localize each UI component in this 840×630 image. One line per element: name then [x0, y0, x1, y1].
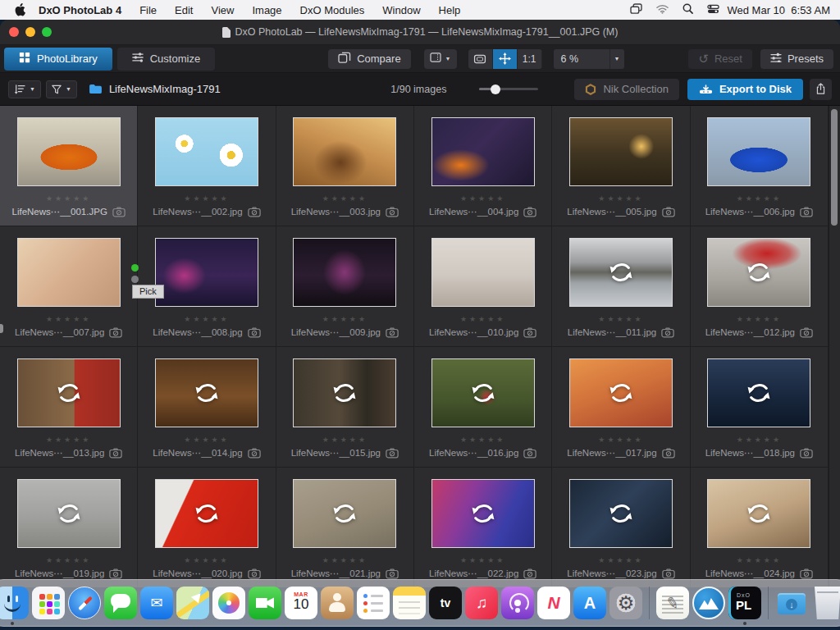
window-copy-icon[interactable]: [630, 3, 642, 16]
scrollbar-track[interactable]: [829, 106, 840, 587]
dock-icon-reminders[interactable]: [357, 587, 390, 619]
menu-edit[interactable]: Edit: [175, 4, 193, 16]
photo-thumbnail[interactable]: [431, 117, 535, 186]
star-rating[interactable]: ★★★★★: [322, 316, 368, 323]
photo-thumbnail[interactable]: [707, 117, 810, 186]
dock-icon-dxopl[interactable]: DxOPL: [728, 587, 761, 619]
star-rating[interactable]: ★★★★★: [322, 557, 368, 564]
star-rating[interactable]: ★★★★★: [184, 316, 229, 323]
photo-cell[interactable]: ★★★★★ LifeNews⋯__009.jpg: [276, 226, 414, 347]
photo-thumbnail[interactable]: [569, 479, 673, 548]
photo-cell[interactable]: ★★★★★ LifeNews⋯__013.jpg: [0, 347, 138, 468]
active-app-menu[interactable]: DxO PhotoLab 4: [39, 4, 121, 16]
photo-thumbnail[interactable]: [569, 117, 673, 186]
photo-thumbnail[interactable]: [155, 479, 258, 548]
panel-toggle-button[interactable]: ▼: [424, 49, 457, 69]
dock-icon-notes[interactable]: [393, 587, 426, 619]
star-rating[interactable]: ★★★★★: [598, 557, 643, 564]
photo-cell[interactable]: ★★★★★ LifeNews⋯__017.jpg: [552, 347, 690, 468]
star-rating[interactable]: ★★★★★: [184, 436, 229, 444]
star-rating[interactable]: ★★★★★: [460, 557, 505, 564]
reset-button[interactable]: ↺ Reset: [688, 49, 752, 69]
star-rating[interactable]: ★★★★★: [46, 436, 91, 444]
dock-icon-textedit[interactable]: ✎: [656, 587, 689, 619]
photo-thumbnail[interactable]: [431, 238, 535, 307]
photo-thumbnail[interactable]: [707, 479, 810, 548]
photo-thumbnail[interactable]: [17, 117, 121, 186]
photo-thumbnail[interactable]: [293, 479, 396, 548]
menu-file[interactable]: File: [139, 4, 157, 16]
star-rating[interactable]: ★★★★★: [184, 195, 229, 203]
pick-flag-green[interactable]: [131, 264, 139, 272]
photo-thumbnail[interactable]: [431, 358, 535, 427]
share-button[interactable]: [810, 79, 832, 100]
star-rating[interactable]: ★★★★★: [460, 436, 505, 444]
export-to-disk-button[interactable]: Export to Disk: [687, 79, 803, 100]
filter-button[interactable]: ▼: [46, 80, 77, 98]
photo-thumbnail[interactable]: [707, 238, 810, 307]
photo-cell[interactable]: ★★★★★ LifeNews⋯__005.jpg: [552, 106, 690, 226]
photo-cell[interactable]: ★★★★★ LifeNews⋯__014.jpg: [138, 347, 276, 468]
photo-cell[interactable]: ★★★★★ LifeNews⋯__020.jpg: [138, 468, 276, 587]
wifi-icon[interactable]: [656, 4, 669, 16]
menu-dxo-modules[interactable]: DxO Modules: [300, 4, 365, 16]
photo-thumbnail[interactable]: [17, 479, 121, 548]
menu-view[interactable]: View: [211, 4, 234, 16]
title-bar[interactable]: DxO PhotoLab — LifeNewsMixImag-1791 — Li…: [0, 20, 840, 45]
menu-help[interactable]: Help: [439, 4, 461, 16]
star-rating[interactable]: ★★★★★: [598, 316, 643, 323]
photo-cell[interactable]: ★★★★★ LifeNews⋯__010.jpg: [414, 226, 552, 347]
photo-cell[interactable]: ★★★★★ LifeNews⋯__001.JPG: [0, 106, 138, 226]
photo-cell[interactable]: ★★★★★ LifeNews⋯__007.jpg: [0, 226, 138, 347]
dock-icon-tv[interactable]: tv: [429, 587, 462, 619]
thumbnail-size-slider[interactable]: [479, 88, 538, 90]
dock-icon-calendar[interactable]: MAR10: [285, 587, 317, 619]
search-icon[interactable]: [682, 3, 693, 16]
sort-button[interactable]: ▼: [8, 80, 41, 98]
photo-thumbnail[interactable]: [293, 358, 396, 427]
star-rating[interactable]: ★★★★★: [737, 436, 782, 444]
photo-cell[interactable]: ★★★★★ LifeNews⋯__021.jpg: [276, 468, 414, 587]
dock-icon-podcasts[interactable]: [501, 587, 534, 619]
photo-cell[interactable]: ★★★★★ LifeNews⋯__011.jpg: [552, 226, 690, 347]
dock-icon-safari[interactable]: [68, 587, 101, 619]
dock-icon-contacts[interactable]: [321, 587, 354, 619]
compare-button[interactable]: Compare: [328, 49, 410, 69]
photo-thumbnail[interactable]: [293, 238, 396, 307]
photo-cell[interactable]: ★★★★★ LifeNews⋯__024.jpg: [691, 468, 829, 587]
star-rating[interactable]: ★★★★★: [737, 316, 782, 323]
photo-thumbnail[interactable]: [569, 358, 673, 427]
scrollbar-thumb[interactable]: [831, 109, 838, 226]
dock-icon-launchpad[interactable]: [32, 587, 65, 619]
photo-cell[interactable]: ★★★★★ LifeNews⋯__003.jpg: [276, 106, 414, 226]
photo-cell[interactable]: ★★★★★ LifeNews⋯__023.jpg: [552, 468, 690, 587]
menu-image[interactable]: Image: [252, 4, 281, 16]
current-folder[interactable]: LifeNewsMixImag-1791: [89, 83, 221, 95]
close-button[interactable]: [9, 27, 19, 37]
photo-cell[interactable]: ★★★★★ LifeNews⋯__018.jpg: [691, 347, 829, 468]
fit-screen-button[interactable]: [468, 49, 493, 69]
apple-menu-icon[interactable]: [15, 3, 25, 16]
dock-icon-messages[interactable]: [104, 587, 137, 619]
dock-icon-facetime[interactable]: [249, 587, 281, 619]
menu-bar-clock[interactable]: Wed Mar 10 6:53 AM: [728, 4, 831, 16]
star-rating[interactable]: ★★★★★: [460, 195, 505, 203]
photo-thumbnail[interactable]: [155, 358, 258, 427]
dock-icon-news[interactable]: N: [537, 587, 570, 619]
minimize-button[interactable]: [25, 27, 35, 37]
pan-tool-button[interactable]: [493, 49, 518, 69]
photo-thumbnail[interactable]: [707, 358, 810, 427]
photo-cell[interactable]: ★★★★★ LifeNews⋯__006.jpg: [691, 106, 829, 226]
zoom-button[interactable]: [42, 27, 52, 37]
star-rating[interactable]: ★★★★★: [322, 436, 368, 444]
dock-icon-appstore[interactable]: A: [573, 587, 606, 619]
presets-button[interactable]: Presets: [760, 49, 833, 69]
tab-customize[interactable]: Customize: [117, 48, 215, 71]
star-rating[interactable]: ★★★★★: [737, 195, 782, 203]
dock-icon-maps[interactable]: [176, 587, 209, 619]
dock-icon-dxo[interactable]: [692, 587, 725, 619]
dock-icon-music[interactable]: ♫: [465, 587, 498, 619]
dock-icon-finder[interactable]: [0, 587, 29, 619]
photo-thumbnail[interactable]: [17, 358, 121, 427]
star-rating[interactable]: ★★★★★: [46, 557, 91, 564]
